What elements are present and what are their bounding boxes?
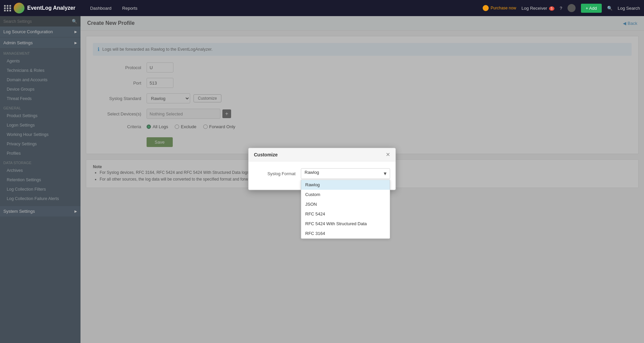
dropdown-option-rfc5424-structured[interactable]: RFC 5424 With Structured Data xyxy=(301,219,390,229)
app-brand: EventLog Analyzer xyxy=(14,3,75,13)
syslog-format-row: Syslog Format Rawlog ▼ Rawlog Custom JSO… xyxy=(254,168,390,179)
app-grid-icon[interactable] xyxy=(4,5,11,11)
help-btn[interactable]: ? xyxy=(560,6,562,11)
app-logo xyxy=(14,3,24,13)
user-avatar[interactable] xyxy=(568,4,576,12)
dropdown-option-rfc5424[interactable]: RFC 5424 xyxy=(301,209,390,219)
dropdown-option-rfc3164[interactable]: RFC 3164 xyxy=(301,229,390,238)
modal-close-button[interactable]: ✕ xyxy=(386,151,390,158)
syslog-format-input[interactable]: Rawlog xyxy=(301,168,390,179)
app-name: EventLog Analyzer xyxy=(27,5,75,11)
modal-body: Syslog Format Rawlog ▼ Rawlog Custom JSO… xyxy=(249,161,395,190)
log-search-btn[interactable]: Log Search xyxy=(618,6,640,11)
navbar-right: Purchase now Log Receiver 5 ? + Add 🔍 Lo… xyxy=(483,4,640,13)
syslog-format-dropdown-wrap: Rawlog ▼ Rawlog Custom JSON RFC 5424 RFC… xyxy=(301,168,390,179)
syslog-format-label: Syslog Format xyxy=(254,171,301,176)
navbar: EventLog Analyzer Dashboard Reports Purc… xyxy=(0,0,644,16)
modal-header: Customize ✕ xyxy=(249,148,395,161)
syslog-format-value: Rawlog xyxy=(305,170,319,175)
purchase-now-btn[interactable]: Purchase now xyxy=(483,5,516,11)
add-button[interactable]: + Add xyxy=(581,4,602,13)
log-receiver-btn[interactable]: Log Receiver 5 xyxy=(522,6,554,11)
log-receiver-badge: 5 xyxy=(549,6,554,11)
nav-dashboard[interactable]: Dashboard xyxy=(86,4,116,13)
dropdown-option-custom[interactable]: Custom xyxy=(301,190,390,199)
customize-modal: Customize ✕ Syslog Format Rawlog ▼ Rawlo… xyxy=(248,148,396,190)
top-nav: Dashboard Reports xyxy=(86,4,142,13)
dropdown-option-rawlog[interactable]: Rawlog xyxy=(301,180,390,190)
purchase-now-label: Purchase now xyxy=(491,6,516,10)
syslog-format-dropdown-list: Rawlog Custom JSON RFC 5424 RFC 5424 Wit… xyxy=(301,180,390,239)
purchase-icon xyxy=(483,5,489,11)
search-icon[interactable]: 🔍 xyxy=(607,6,612,11)
nav-reports[interactable]: Reports xyxy=(117,4,142,13)
modal-title: Customize xyxy=(254,152,278,157)
dropdown-option-json[interactable]: JSON xyxy=(301,199,390,209)
